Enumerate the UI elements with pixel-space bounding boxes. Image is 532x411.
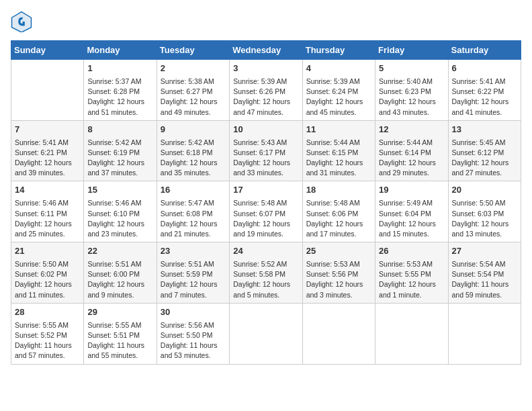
day-number: 22 bbox=[87, 245, 152, 258]
col-header-monday: Monday bbox=[84, 41, 157, 60]
day-number: 16 bbox=[161, 184, 226, 197]
day-number: 30 bbox=[161, 306, 226, 319]
day-info: Sunrise: 5:42 AMSunset: 6:19 PMDaylight:… bbox=[87, 138, 152, 179]
day-cell: 11Sunrise: 5:44 AMSunset: 6:15 PMDayligh… bbox=[302, 120, 375, 181]
day-cell: 6Sunrise: 5:41 AMSunset: 6:22 PMDaylight… bbox=[448, 60, 521, 121]
week-row: 21Sunrise: 5:50 AMSunset: 6:02 PMDayligh… bbox=[11, 242, 521, 304]
day-cell: 27Sunrise: 5:54 AMSunset: 5:54 PMDayligh… bbox=[448, 242, 521, 304]
day-number: 10 bbox=[233, 124, 298, 136]
page-header bbox=[11, 11, 521, 32]
calendar-table: SundayMondayTuesdayWednesdayThursdayFrid… bbox=[11, 40, 521, 365]
day-cell: 29Sunrise: 5:55 AMSunset: 5:51 PMDayligh… bbox=[84, 303, 157, 364]
day-info: Sunrise: 5:53 AMSunset: 5:56 PMDaylight:… bbox=[306, 259, 371, 300]
day-cell: 5Sunrise: 5:40 AMSunset: 6:23 PMDaylight… bbox=[375, 60, 448, 121]
col-header-friday: Friday bbox=[375, 41, 448, 60]
day-number: 4 bbox=[306, 62, 371, 75]
day-cell: 20Sunrise: 5:50 AMSunset: 6:03 PMDayligh… bbox=[448, 181, 521, 242]
day-info: Sunrise: 5:42 AMSunset: 6:18 PMDaylight:… bbox=[161, 138, 226, 179]
day-cell: 12Sunrise: 5:44 AMSunset: 6:14 PMDayligh… bbox=[375, 120, 448, 181]
day-info: Sunrise: 5:37 AMSunset: 6:28 PMDaylight:… bbox=[87, 77, 152, 118]
day-number: 8 bbox=[87, 124, 152, 136]
day-cell: 1Sunrise: 5:37 AMSunset: 6:28 PMDaylight… bbox=[84, 60, 157, 121]
day-cell: 14Sunrise: 5:46 AMSunset: 6:11 PMDayligh… bbox=[11, 181, 84, 242]
day-info: Sunrise: 5:54 AMSunset: 5:54 PMDaylight:… bbox=[452, 259, 517, 300]
day-cell: 22Sunrise: 5:51 AMSunset: 6:00 PMDayligh… bbox=[84, 242, 157, 304]
day-info: Sunrise: 5:50 AMSunset: 6:03 PMDaylight:… bbox=[452, 198, 517, 239]
day-number: 2 bbox=[161, 62, 226, 75]
day-cell bbox=[11, 60, 84, 121]
day-number: 1 bbox=[87, 62, 152, 75]
day-info: Sunrise: 5:51 AMSunset: 6:00 PMDaylight:… bbox=[87, 259, 152, 300]
day-cell: 13Sunrise: 5:45 AMSunset: 6:12 PMDayligh… bbox=[448, 120, 521, 181]
day-info: Sunrise: 5:46 AMSunset: 6:10 PMDaylight:… bbox=[87, 198, 152, 239]
day-number: 11 bbox=[306, 124, 371, 136]
col-header-thursday: Thursday bbox=[302, 41, 375, 60]
day-info: Sunrise: 5:53 AMSunset: 5:55 PMDaylight:… bbox=[379, 259, 444, 300]
day-info: Sunrise: 5:40 AMSunset: 6:23 PMDaylight:… bbox=[379, 77, 444, 118]
week-row: 7Sunrise: 5:41 AMSunset: 6:21 PMDaylight… bbox=[11, 120, 521, 181]
day-number: 6 bbox=[452, 62, 517, 75]
day-number: 15 bbox=[87, 184, 152, 197]
day-info: Sunrise: 5:50 AMSunset: 6:02 PMDaylight:… bbox=[15, 259, 80, 300]
day-info: Sunrise: 5:55 AMSunset: 5:52 PMDaylight:… bbox=[15, 320, 80, 361]
day-number: 26 bbox=[379, 245, 444, 258]
day-cell: 21Sunrise: 5:50 AMSunset: 6:02 PMDayligh… bbox=[11, 242, 84, 304]
col-header-saturday: Saturday bbox=[448, 41, 521, 60]
day-cell: 8Sunrise: 5:42 AMSunset: 6:19 PMDaylight… bbox=[84, 120, 157, 181]
calendar-body: 1Sunrise: 5:37 AMSunset: 6:28 PMDaylight… bbox=[11, 60, 521, 365]
day-cell: 17Sunrise: 5:48 AMSunset: 6:07 PMDayligh… bbox=[230, 181, 302, 242]
day-info: Sunrise: 5:39 AMSunset: 6:24 PMDaylight:… bbox=[306, 77, 371, 118]
day-number: 20 bbox=[452, 184, 517, 197]
day-number: 27 bbox=[452, 245, 517, 258]
day-cell: 18Sunrise: 5:48 AMSunset: 6:06 PMDayligh… bbox=[302, 181, 375, 242]
day-number: 17 bbox=[233, 184, 298, 197]
day-number: 29 bbox=[87, 306, 152, 319]
header-row: SundayMondayTuesdayWednesdayThursdayFrid… bbox=[11, 41, 521, 60]
day-cell: 9Sunrise: 5:42 AMSunset: 6:18 PMDaylight… bbox=[157, 120, 229, 181]
day-info: Sunrise: 5:39 AMSunset: 6:26 PMDaylight:… bbox=[233, 77, 298, 118]
day-number: 12 bbox=[379, 124, 444, 136]
day-cell: 15Sunrise: 5:46 AMSunset: 6:10 PMDayligh… bbox=[84, 181, 157, 242]
day-number: 28 bbox=[15, 306, 80, 319]
day-cell: 16Sunrise: 5:47 AMSunset: 6:08 PMDayligh… bbox=[157, 181, 229, 242]
day-cell: 19Sunrise: 5:49 AMSunset: 6:04 PMDayligh… bbox=[375, 181, 448, 242]
col-header-wednesday: Wednesday bbox=[230, 41, 302, 60]
day-info: Sunrise: 5:47 AMSunset: 6:08 PMDaylight:… bbox=[161, 198, 226, 239]
day-info: Sunrise: 5:56 AMSunset: 5:50 PMDaylight:… bbox=[161, 320, 226, 361]
day-number: 14 bbox=[15, 184, 80, 197]
day-cell: 2Sunrise: 5:38 AMSunset: 6:27 PMDaylight… bbox=[157, 60, 229, 121]
logo bbox=[11, 11, 35, 32]
day-cell bbox=[230, 303, 302, 364]
day-info: Sunrise: 5:44 AMSunset: 6:15 PMDaylight:… bbox=[306, 138, 371, 179]
logo-icon bbox=[11, 11, 32, 32]
day-info: Sunrise: 5:52 AMSunset: 5:58 PMDaylight:… bbox=[233, 259, 298, 300]
day-cell bbox=[448, 303, 521, 364]
day-number: 7 bbox=[15, 124, 80, 136]
day-number: 5 bbox=[379, 62, 444, 75]
day-info: Sunrise: 5:48 AMSunset: 6:07 PMDaylight:… bbox=[233, 198, 298, 239]
day-cell: 23Sunrise: 5:51 AMSunset: 5:59 PMDayligh… bbox=[157, 242, 229, 304]
col-header-tuesday: Tuesday bbox=[157, 41, 229, 60]
day-number: 3 bbox=[233, 62, 298, 75]
week-row: 1Sunrise: 5:37 AMSunset: 6:28 PMDaylight… bbox=[11, 60, 521, 121]
day-cell: 4Sunrise: 5:39 AMSunset: 6:24 PMDaylight… bbox=[302, 60, 375, 121]
day-info: Sunrise: 5:45 AMSunset: 6:12 PMDaylight:… bbox=[452, 138, 517, 179]
day-number: 25 bbox=[306, 245, 371, 258]
col-header-sunday: Sunday bbox=[11, 41, 84, 60]
day-cell: 30Sunrise: 5:56 AMSunset: 5:50 PMDayligh… bbox=[157, 303, 229, 364]
day-number: 19 bbox=[379, 184, 444, 197]
day-info: Sunrise: 5:41 AMSunset: 6:21 PMDaylight:… bbox=[15, 138, 80, 179]
day-cell: 3Sunrise: 5:39 AMSunset: 6:26 PMDaylight… bbox=[230, 60, 302, 121]
day-info: Sunrise: 5:51 AMSunset: 5:59 PMDaylight:… bbox=[161, 259, 226, 300]
day-info: Sunrise: 5:48 AMSunset: 6:06 PMDaylight:… bbox=[306, 198, 371, 239]
day-number: 18 bbox=[306, 184, 371, 197]
day-info: Sunrise: 5:41 AMSunset: 6:22 PMDaylight:… bbox=[452, 77, 517, 118]
day-info: Sunrise: 5:38 AMSunset: 6:27 PMDaylight:… bbox=[161, 77, 226, 118]
day-number: 9 bbox=[161, 124, 226, 136]
day-cell: 24Sunrise: 5:52 AMSunset: 5:58 PMDayligh… bbox=[230, 242, 302, 304]
day-cell: 26Sunrise: 5:53 AMSunset: 5:55 PMDayligh… bbox=[375, 242, 448, 304]
day-cell bbox=[302, 303, 375, 364]
day-cell: 10Sunrise: 5:43 AMSunset: 6:17 PMDayligh… bbox=[230, 120, 302, 181]
day-info: Sunrise: 5:49 AMSunset: 6:04 PMDaylight:… bbox=[379, 198, 444, 239]
day-info: Sunrise: 5:46 AMSunset: 6:11 PMDaylight:… bbox=[15, 198, 80, 239]
